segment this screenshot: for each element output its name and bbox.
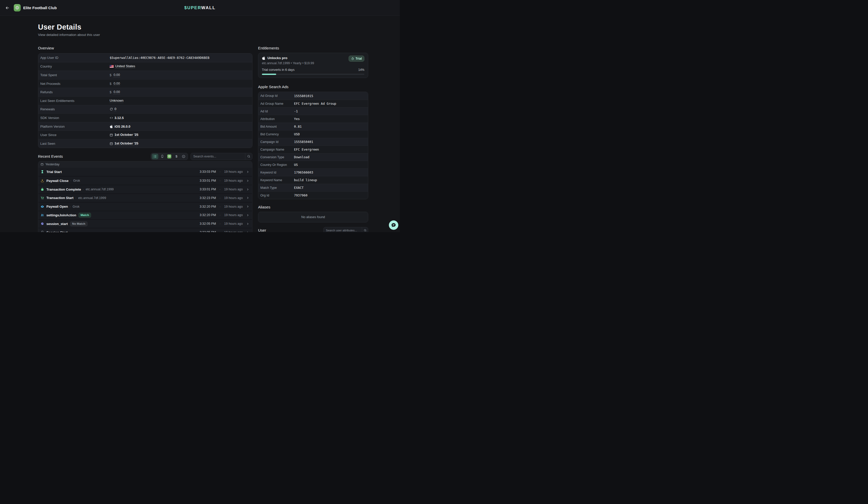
trial-badge: Trial [349,55,364,62]
page-subtitle: View detailed information about this use… [38,33,252,37]
us-flag-icon [110,65,114,68]
chevron-right-icon [246,179,249,182]
chevron-right-icon [246,222,249,225]
top-bar: Elite Football Club $UPERWALL [0,0,400,16]
event-time: 3:32:20 PM [200,205,216,208]
event-title: Session Start [46,231,68,232]
search-icon[interactable] [362,227,368,232]
table-row-last-seen-entitlements: Last Seen Entitlements Unknown [38,96,252,105]
event-row-session-start[interactable]: Session Start 3:32:05 PM·19 hours ago [38,228,252,232]
row-label: App User ID [38,56,110,60]
filter-list-button[interactable] [152,154,158,159]
events-search-box [190,153,252,160]
sdk-version-value: 3.12.5 [114,116,124,120]
table-row-refunds: Refunds $0.00 [38,88,252,96]
row-label: Country [38,64,110,68]
country-value[interactable]: United States [115,64,135,69]
table-row-platform-version: Platform Version iOS 26.0.0 [38,122,252,131]
code-icon [110,116,113,119]
chat-support-button[interactable] [389,220,398,230]
chevron-right-icon [246,214,249,217]
event-title: Transaction Complete [46,188,81,191]
table-row-renewals: Renewals 0 [38,105,252,114]
event-row-transaction-complete[interactable]: Transaction Complete ·etc.annual.7df.199… [38,185,252,193]
platform-version-value: iOS 26.0.0 [114,125,130,128]
chevron-right-icon [246,188,249,191]
events-search-input[interactable] [191,155,245,158]
event-ago: 19 hours ago [224,213,243,217]
app-user-id-value: $SuperwallAlias:40EC9876-A85E-4AE9-8762-… [110,56,209,60]
event-time: 3:32:05 PM [200,222,216,225]
hourglass-icon [40,170,44,174]
calendar-icon [110,133,113,137]
refresh-icon [110,107,113,111]
chat-bubble-icon [391,222,396,228]
user-attributes-search-input[interactable] [323,229,362,232]
entitlement-details: etc.annual.7df.1999 • Yearly • $19.99 [262,61,314,65]
event-subtitle: etc.annual.7df.1999 [78,196,106,200]
event-title: Paywall Close [46,179,69,183]
left-column: User Details View detailed information a… [38,16,252,232]
trial-progress-track [262,74,364,75]
entitlement-name: Unlocks pro [268,55,287,60]
refunds-value[interactable]: 0.00 [113,90,120,94]
event-title: Paywall Open [46,204,68,208]
table-row: Bid Amount0.81 [258,123,368,130]
event-time: 3:33:01 PM [200,179,216,182]
info-icon [182,155,185,158]
app-logo-icon [167,155,171,158]
event-row-paywall-open[interactable]: Paywall Open ·Grok 3:32:20 PM·19 hours a… [38,202,252,211]
aliases-heading: Aliases [258,205,368,209]
row-label: User Since [38,133,110,137]
trial-converts-text: Trial converts in 6 days [262,68,294,72]
event-time: 3:32:05 PM [200,231,216,232]
events-list: Yesterday Trial Start 3:33:03 PM·19 hour… [38,161,252,232]
table-row-total-spent: Total Spent $0.00 [38,71,252,79]
renewals-value[interactable]: 0 [114,107,116,111]
event-ago: 19 hours ago [224,179,243,182]
event-subtitle: Grok [73,205,80,208]
no-aliases-text: No aliases found [301,215,325,219]
paywall-close-icon [40,179,44,182]
filter-revenue-button[interactable]: $ [173,154,180,159]
cell-value: US [294,163,298,167]
recent-events-heading: Recent Events [38,154,63,159]
event-title: session_start [46,222,68,226]
user-since-value[interactable]: 1st October '25 [114,133,138,137]
event-time: 3:32:20 PM [200,213,216,217]
trial-progress-fill [262,74,276,75]
table-row: Keyword Namebuild lineup [258,176,368,184]
table-row: Ad Group NameEFC Evergreen Ad Group [258,99,368,107]
filter-app-button[interactable] [166,154,173,159]
filter-info-button[interactable] [180,154,187,159]
event-ago: 19 hours ago [224,196,243,200]
dollar-icon: $ [110,73,112,77]
event-row-session-start-snake[interactable]: session_start No Match 3:32:05 PM·19 hou… [38,219,252,228]
last-seen-entitlements-value[interactable]: Unknown [110,98,123,103]
filter-device-button[interactable] [159,154,165,159]
back-button[interactable] [4,4,11,11]
calendar-icon [41,163,44,166]
event-time: 3:33:01 PM [200,188,216,191]
total-spent-value[interactable]: 0.00 [113,73,120,77]
event-row-settings-join-action[interactable]: settingsJoinAction Match 3:32:20 PM·19 h… [38,211,252,219]
net-proceeds-value[interactable]: 0.00 [113,82,120,86]
row-label: Total Spent [38,73,110,77]
last-seen-value[interactable]: 1st October '25 [114,141,138,146]
overview-table: App User ID $SuperwallAlias:40EC9876-A85… [38,53,252,148]
event-row-transaction-start[interactable]: Transaction Start ·etc.annual.7df.1999 3… [38,193,252,202]
dollar-icon: $ [110,82,112,86]
apple-icon [110,125,113,128]
table-row: Bid CurrencyUSD [258,130,368,138]
user-attributes-search-box [323,227,368,232]
right-column: Entitlements Unlocks pro etc.annual.7df.… [258,16,368,232]
event-time: 3:33:03 PM [200,170,216,174]
search-icon[interactable] [245,153,252,160]
event-row-paywall-close[interactable]: Paywall Close ·Grok 3:33:01 PM·19 hours … [38,176,252,185]
entitlement-card: Unlocks pro etc.annual.7df.1999 • Yearly… [258,53,368,78]
table-row: Ad Group Id1555801015 [258,92,368,99]
events-group-header: Yesterday [38,161,252,168]
event-row-trial-start[interactable]: Trial Start 3:33:03 PM·19 hours ago [38,168,252,176]
cell-value: EXACT [294,186,304,190]
app-logo-icon [14,4,21,11]
